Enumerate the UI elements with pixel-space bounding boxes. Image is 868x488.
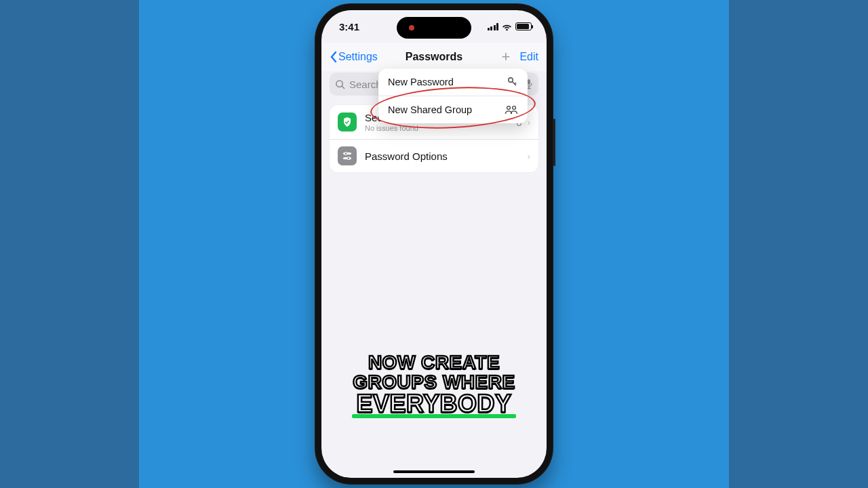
dynamic-island — [397, 17, 471, 39]
search-placeholder: Search — [349, 79, 382, 90]
battery-icon — [515, 22, 532, 30]
back-button[interactable]: Settings — [330, 51, 378, 63]
add-menu-popup: New Password New Shared Group — [378, 68, 528, 123]
nav-bar: Settings Passwords + Edit — [321, 43, 547, 71]
menu-item-label: New Password — [388, 77, 454, 87]
chevron-right-icon: › — [528, 117, 530, 127]
svg-line-11 — [515, 83, 516, 84]
iphone-device-frame: 3:41 Settings Passwords + Edit — [315, 3, 553, 485]
svg-point-12 — [507, 106, 511, 110]
chevron-right-icon: › — [528, 151, 530, 161]
options-icon — [338, 146, 357, 165]
svg-rect-2 — [528, 79, 530, 85]
shield-icon — [338, 113, 357, 131]
iphone-screen: 3:41 Settings Passwords + Edit — [321, 10, 547, 478]
row-password-options[interactable]: Password Options › — [330, 139, 538, 172]
svg-point-7 — [344, 152, 347, 155]
home-indicator[interactable] — [393, 470, 475, 474]
search-icon — [335, 79, 345, 89]
row-label: Password Options — [365, 150, 528, 162]
svg-point-8 — [347, 157, 350, 160]
key-icon — [507, 77, 518, 87]
back-label: Settings — [338, 51, 378, 63]
add-button[interactable]: + — [502, 48, 511, 66]
people-icon — [505, 105, 518, 115]
caption-line-1: NOW CREATE — [321, 353, 547, 373]
row-sublabel: No issues found — [365, 124, 516, 132]
wifi-icon — [502, 23, 512, 30]
caption-line-3: EVERYBODY — [353, 392, 514, 417]
menu-item-new-password[interactable]: New Password — [378, 68, 528, 96]
edit-button[interactable]: Edit — [519, 51, 538, 63]
recording-dot-icon — [409, 25, 414, 30]
caption-line-2: GROUPS WHERE — [321, 373, 547, 392]
chevron-left-icon — [330, 51, 337, 63]
menu-item-label: New Shared Group — [388, 104, 472, 115]
svg-point-13 — [513, 106, 516, 110]
svg-line-1 — [342, 86, 344, 88]
status-time: 3:41 — [339, 21, 359, 33]
cellular-icon — [488, 23, 499, 30]
video-caption: NOW CREATE GROUPS WHERE EVERYBODY — [321, 353, 547, 417]
menu-item-new-shared-group[interactable]: New Shared Group — [378, 96, 528, 123]
video-frame: 3:41 Settings Passwords + Edit — [0, 0, 868, 488]
